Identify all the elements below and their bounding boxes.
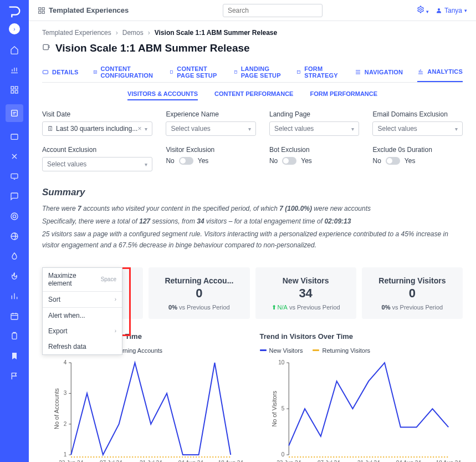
subtab-form-perf[interactable]: FORM PERFORMANCE — [310, 88, 377, 100]
clipboard-icon[interactable] — [9, 331, 20, 342]
tab-details[interactable]: DETAILS — [42, 62, 79, 82]
grid-icon[interactable] — [9, 84, 20, 95]
email-domains-select[interactable]: Select values▾ — [372, 121, 463, 136]
svg-text:1: 1 — [64, 451, 67, 458]
kpi-sub: ⬆ N/A vs Previous Period — [260, 304, 352, 311]
kpi-title: New Visitors — [260, 276, 352, 285]
svg-text:07 Jul 24: 07 Jul 24 — [317, 460, 340, 462]
chart-visitors: Trend in Visitors Over Time New Visitors… — [260, 332, 463, 462]
sidebar-expand-button[interactable]: › — [9, 23, 20, 34]
svg-rect-1 — [15, 87, 18, 89]
toggle-yes-label: Yes — [198, 157, 209, 165]
filter-label: Experience Name — [166, 110, 256, 118]
svg-text:No of Visitors: No of Visitors — [271, 390, 278, 427]
user-icon — [436, 7, 442, 14]
svg-rect-5 — [11, 134, 18, 139]
svg-rect-22 — [234, 70, 237, 73]
bars-icon[interactable] — [9, 291, 20, 302]
visit-date-select[interactable]: 🗓 Last 30 quarters including... × ▾ — [42, 121, 152, 136]
kpi-returning-accounts[interactable]: Returning Accou... 0 0% vs Previous Peri… — [149, 267, 249, 319]
user-menu[interactable]: Tanya ▾ — [436, 7, 467, 14]
kpi-sub: 0% vs Previous Period — [366, 304, 458, 311]
tab-navigation[interactable]: NAVIGATION — [355, 62, 403, 82]
tab-form-strategy[interactable]: FORM STRATEGY — [296, 62, 340, 82]
subtab-content-perf[interactable]: CONTENT PERFORMANCE — [214, 88, 293, 100]
menu-export[interactable]: Export› — [43, 323, 122, 339]
svg-text:04 Aug 24: 04 Aug 24 — [178, 460, 203, 462]
svg-rect-18 — [43, 44, 48, 49]
exclude-0s-toggle[interactable] — [386, 157, 400, 165]
bookmark-icon[interactable] — [9, 351, 20, 362]
svg-text:07 Jul 24: 07 Jul 24 — [100, 460, 122, 462]
kpi-value: 0 — [153, 286, 245, 301]
calendar-icon[interactable] — [9, 311, 20, 322]
home-icon[interactable] — [9, 44, 20, 55]
menu-alert[interactable]: Alert when... — [43, 308, 122, 323]
clear-icon[interactable]: × — [137, 125, 141, 133]
chart-icon[interactable] — [9, 64, 20, 75]
form-icon[interactable] — [6, 104, 23, 122]
experience-name-select[interactable]: Select values▾ — [166, 121, 256, 136]
svg-rect-0 — [11, 87, 14, 89]
drop-icon[interactable] — [9, 251, 20, 262]
bot-exclusion-toggle[interactable] — [282, 157, 296, 165]
up-icon: ⬆ N/A — [272, 304, 288, 311]
menu-refresh[interactable]: Refresh data — [43, 339, 122, 354]
chevron-down-icon: ▾ — [248, 126, 251, 132]
chevron-down-icon: ▾ — [351, 126, 354, 132]
svg-point-17 — [438, 8, 440, 11]
chevron-right-icon: › — [116, 29, 118, 37]
folder-icon[interactable] — [9, 131, 20, 142]
svg-rect-14 — [39, 11, 41, 13]
flag-icon[interactable] — [9, 370, 20, 382]
filter-label: Visitor Exclusion — [166, 146, 256, 154]
globe-icon[interactable] — [9, 231, 20, 242]
subtab-visitors[interactable]: VISITORS & ACCOUNTS — [127, 88, 198, 100]
svg-rect-21 — [171, 70, 173, 73]
svg-text:4: 4 — [64, 359, 67, 365]
target-icon[interactable] — [9, 211, 20, 222]
breadcrumb-item[interactable]: Templated Experiences — [42, 29, 111, 37]
chevron-down-icon: ▾ — [455, 126, 458, 132]
svg-rect-12 — [39, 7, 41, 9]
visitor-exclusion-toggle[interactable] — [179, 157, 193, 165]
svg-text:23 Jun 24: 23 Jun 24 — [59, 460, 83, 462]
svg-point-16 — [419, 8, 422, 11]
kpi-returning-visitors[interactable]: Returning Visitors 0 0% vs Previous Peri… — [362, 267, 463, 319]
breadcrumb: Templated Experiences › Demos › Vision S… — [42, 29, 463, 37]
flame-icon[interactable] — [9, 271, 20, 282]
svg-text:04 Aug 24: 04 Aug 24 — [396, 460, 421, 462]
breadcrumb-item[interactable]: Demos — [122, 29, 144, 37]
svg-rect-3 — [15, 90, 18, 93]
chevron-right-icon: › — [148, 29, 150, 37]
svg-text:18 Aug 24: 18 Aug 24 — [218, 460, 243, 462]
account-exclusion-select[interactable]: Select values▾ — [42, 157, 152, 171]
tab-content-config[interactable]: CONTENT CONFIGURATION — [93, 62, 156, 82]
chat-icon[interactable] — [9, 191, 20, 202]
tab-analytics[interactable]: ANALYTICS — [417, 62, 463, 82]
settings-icon[interactable]: ▾ — [417, 6, 429, 15]
search-input[interactable] — [223, 4, 323, 17]
svg-point-7 — [11, 213, 18, 220]
filter-label: Visit Date — [42, 110, 152, 118]
landing-page-select[interactable]: Select values▾ — [269, 121, 360, 136]
tab-content-page[interactable]: CONTENT PAGE SETUP — [170, 62, 219, 82]
subtabs: VISITORS & ACCOUNTS CONTENT PERFORMANCE … — [42, 88, 463, 100]
tab-landing-page[interactable]: LANDING PAGE SETUP — [234, 62, 283, 82]
svg-text:5: 5 — [281, 405, 284, 412]
context-menu: Maximize elementSpace Sort› Alert when..… — [42, 267, 122, 355]
svg-text:0: 0 — [281, 451, 284, 458]
chevron-right-icon: › — [115, 328, 116, 334]
chevron-down-icon: ▾ — [145, 126, 147, 132]
kpi-value: 0 — [366, 286, 458, 301]
kpi-new-visitors[interactable]: New Visitors 34 ⬆ N/A vs Previous Period — [255, 267, 356, 319]
svg-text:10: 10 — [278, 359, 285, 365]
tools-icon[interactable] — [9, 151, 20, 162]
summary-section: Summary There were 7 accounts who visite… — [42, 187, 463, 251]
page-title: Vision Scale 1:1 ABM Summer Release — [42, 42, 463, 54]
screen-icon[interactable] — [9, 171, 20, 182]
menu-sort[interactable]: Sort› — [43, 292, 122, 308]
app-title: Templated Experiences — [38, 6, 129, 14]
menu-maximize[interactable]: Maximize elementSpace — [43, 268, 122, 292]
app-title-text: Templated Experiences — [49, 6, 129, 14]
